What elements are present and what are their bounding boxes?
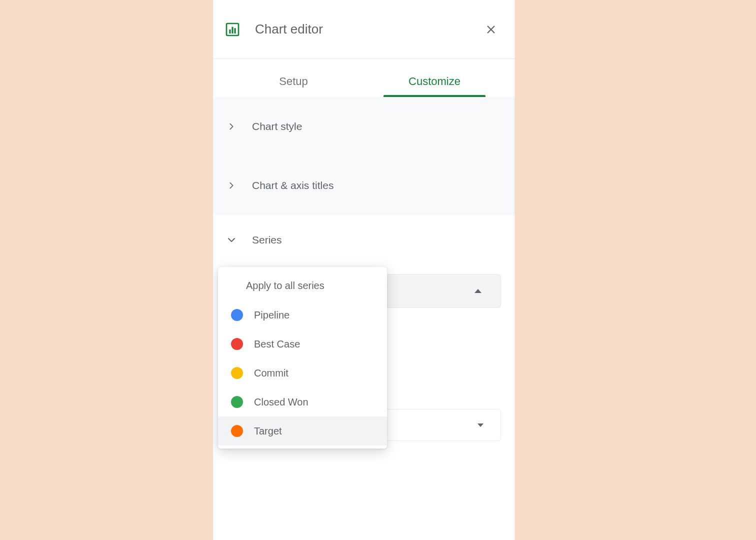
series-option-label: Closed Won <box>254 396 308 408</box>
chevron-right-icon <box>224 178 239 193</box>
series-option-label: Target <box>254 426 282 437</box>
svg-rect-1 <box>229 30 230 34</box>
tab-customize[interactable]: Customize <box>364 75 505 97</box>
section-series-label: Series <box>252 234 282 246</box>
series-option-closed-won[interactable]: Closed Won <box>218 388 387 416</box>
series-option-label: Best Case <box>254 338 300 350</box>
color-swatch <box>231 425 243 437</box>
series-body: Apply to all series Pipeline Best Case C… <box>213 265 515 374</box>
color-swatch <box>231 396 243 408</box>
color-swatch <box>231 338 243 350</box>
tabs: Setup Customize <box>213 59 515 97</box>
scrollbar[interactable] <box>514 0 515 540</box>
close-icon <box>486 24 496 35</box>
tab-setup[interactable]: Setup <box>223 75 364 97</box>
chart-editor-panel: Chart editor Setup Customize Chart style… <box>213 0 515 540</box>
section-chart-style-label: Chart style <box>252 120 302 132</box>
series-option-label: Commit <box>254 368 288 379</box>
series-option-commit[interactable]: Commit <box>218 358 387 388</box>
panel-title: Chart editor <box>255 22 481 37</box>
panel-header: Chart editor <box>213 0 515 59</box>
series-option-best-case[interactable]: Best Case <box>218 330 387 358</box>
series-option-label: Pipeline <box>254 310 290 321</box>
section-chart-axis-titles: Chart & axis titles <box>213 156 515 215</box>
section-series: Series Apply to all series Pipeline <box>213 215 515 374</box>
color-swatch <box>231 309 243 321</box>
section-chart-style-header[interactable]: Chart style <box>213 97 515 156</box>
section-series-header[interactable]: Series <box>213 215 515 265</box>
chevron-down-icon <box>224 232 239 248</box>
color-swatch <box>231 367 243 379</box>
svg-rect-3 <box>234 28 236 34</box>
series-dropdown: Apply to all series Pipeline Best Case C… <box>218 267 387 448</box>
caret-down-icon <box>478 424 484 427</box>
svg-rect-2 <box>232 26 233 33</box>
section-chart-axis-titles-label: Chart & axis titles <box>252 180 334 192</box>
series-option-pipeline[interactable]: Pipeline <box>218 300 387 330</box>
chevron-right-icon <box>224 119 239 134</box>
caret-up-icon <box>474 289 482 293</box>
section-chart-axis-titles-header[interactable]: Chart & axis titles <box>213 156 515 215</box>
series-dropdown-apply-all[interactable]: Apply to all series <box>218 274 387 300</box>
series-option-target[interactable]: Target <box>218 416 387 446</box>
close-button[interactable] <box>481 20 501 40</box>
chart-icon <box>224 21 241 38</box>
section-chart-style: Chart style <box>213 97 515 156</box>
